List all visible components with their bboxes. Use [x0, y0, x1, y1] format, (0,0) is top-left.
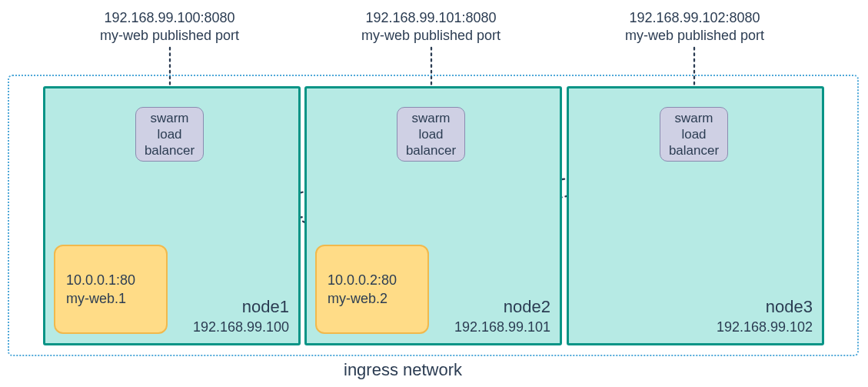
ext-sub: my-web published port	[361, 27, 501, 45]
ext-addr: 192.168.99.102:8080	[625, 9, 764, 27]
lb-line: balancer	[145, 142, 195, 158]
lb-line: swarm	[145, 110, 195, 126]
task-addr: 10.0.0.2:80	[328, 271, 427, 289]
load-balancer-1: swarm load balancer	[135, 107, 204, 162]
node-ip: 192.168.99.100	[193, 319, 289, 335]
lb-line: load	[669, 126, 719, 142]
node-name: node1	[242, 297, 289, 317]
task-box-2: 10.0.0.2:80 my-web.2	[315, 245, 429, 334]
node-ip: 192.168.99.101	[454, 319, 550, 335]
ext-addr: 192.168.99.100:8080	[100, 9, 239, 27]
load-balancer-3: swarm load balancer	[660, 107, 728, 162]
ext-sub: my-web published port	[100, 27, 239, 45]
lb-line: balancer	[406, 142, 456, 158]
lb-line: balancer	[669, 142, 719, 158]
external-endpoint-3: 192.168.99.102:8080 my-web published por…	[625, 9, 764, 45]
external-endpoint-1: 192.168.99.100:8080 my-web published por…	[100, 9, 239, 45]
task-name: my-web.1	[66, 289, 166, 308]
external-endpoint-2: 192.168.99.101:8080 my-web published por…	[361, 9, 501, 45]
ext-addr: 192.168.99.101:8080	[361, 9, 501, 27]
ingress-caption: ingress network	[344, 360, 462, 380]
lb-line: load	[406, 126, 456, 142]
ext-sub: my-web published port	[625, 27, 764, 45]
task-name: my-web.2	[328, 289, 427, 308]
node-ip: 192.168.99.102	[717, 319, 813, 335]
node-name: node2	[504, 297, 550, 317]
node-name: node3	[766, 297, 813, 317]
load-balancer-2: swarm load balancer	[397, 107, 465, 162]
lb-line: swarm	[669, 110, 719, 126]
task-box-1: 10.0.0.1:80 my-web.1	[54, 245, 168, 334]
lb-line: swarm	[406, 110, 456, 126]
diagram-stage: 192.168.99.100:8080 my-web published por…	[0, 0, 868, 387]
lb-line: load	[145, 126, 195, 142]
task-addr: 10.0.0.1:80	[66, 271, 166, 289]
